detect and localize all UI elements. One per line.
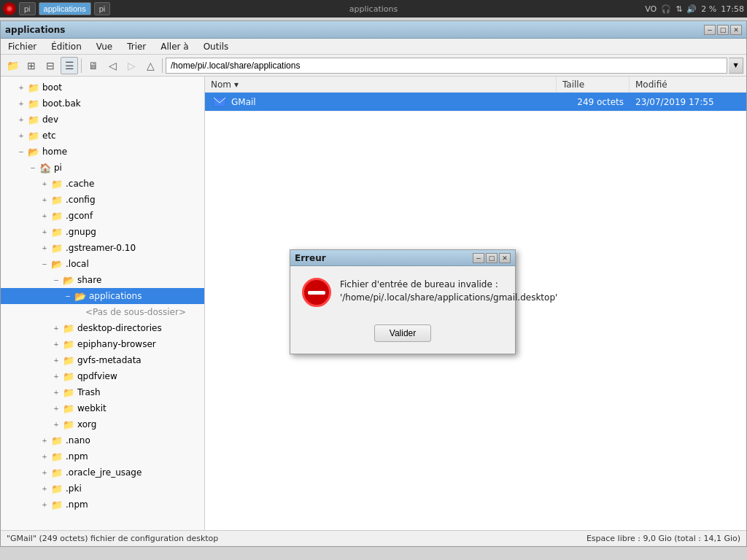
folder-icon-gnupg: 📁: [50, 225, 63, 238]
tree-label-boot: boot: [42, 82, 62, 93]
toggle-npm2[interactable]: +: [39, 499, 50, 510]
tree-item-dev[interactable]: + 📁 dev: [1, 112, 204, 128]
tree-item-gnupg[interactable]: + 📁 .gnupg: [1, 224, 204, 240]
toggle-cache[interactable]: +: [39, 178, 50, 190]
dialog-minimize[interactable]: −: [473, 253, 484, 263]
menu-vue[interactable]: Vue: [92, 40, 117, 53]
toggle-config[interactable]: +: [39, 194, 50, 206]
toggle-oracle[interactable]: +: [39, 467, 50, 478]
taskbar-btn-pi2[interactable]: pi: [94, 2, 111, 15]
col-header-name[interactable]: Nom ▾: [205, 77, 557, 92]
tree-item-boot[interactable]: + 📁 boot: [1, 79, 204, 96]
toggle-qpdfview[interactable]: +: [50, 370, 62, 382]
tree-item-npm[interactable]: + 📁 .npm: [1, 448, 204, 464]
toggle-etc[interactable]: +: [15, 130, 27, 141]
tree-item-applications[interactable]: − 📂 applications: [1, 288, 204, 304]
filelist-header: Nom ▾ Taille Modifié: [205, 77, 746, 93]
folder-icon-etc: 📁: [27, 129, 40, 142]
col-header-modified[interactable]: Modifié: [630, 77, 746, 92]
toggle-npm[interactable]: +: [39, 451, 50, 462]
toggle-applications[interactable]: −: [62, 290, 74, 302]
toggle-boot[interactable]: +: [15, 82, 27, 93]
icon-view-button[interactable]: ⊞: [23, 57, 40, 74]
raspberry-logo[interactable]: [3, 2, 16, 15]
menu-fichier[interactable]: Fichier: [4, 40, 41, 53]
toggle-pi[interactable]: −: [27, 162, 39, 174]
toggle-local[interactable]: −: [39, 258, 50, 270]
tree-item-gvfs-metadata[interactable]: + 📁 gvfs-metadata: [1, 352, 204, 368]
toggle-home[interactable]: −: [15, 146, 27, 158]
tree-label-no-subdir: <Pas de sous-dossier>: [85, 307, 186, 317]
minimize-button[interactable]: −: [704, 25, 716, 35]
taskbar-btn-applications[interactable]: applications: [39, 2, 91, 15]
tree-label-webkit: webkit: [77, 403, 107, 413]
tree-item-etc[interactable]: + 📁 etc: [1, 128, 204, 144]
toggle-gstreamer[interactable]: +: [39, 242, 50, 254]
tree-item-boot-bak[interactable]: + 📁 boot.bak: [1, 96, 204, 112]
forward-button[interactable]: ▷: [123, 57, 140, 74]
toggle-pki[interactable]: +: [39, 483, 50, 494]
detail-view-button[interactable]: ⊟: [42, 57, 59, 74]
address-dropdown[interactable]: ▼: [729, 58, 743, 74]
tree-item-pi[interactable]: − 🏠 pi: [1, 160, 204, 176]
tree-item-trash[interactable]: + 📁 Trash: [1, 384, 204, 400]
tree-item-local[interactable]: − 📂 .local: [1, 256, 204, 272]
toggle-webkit[interactable]: +: [50, 402, 62, 414]
tree-item-nano[interactable]: + 📁 .nano: [1, 432, 204, 448]
dialog-maximize[interactable]: □: [486, 253, 498, 263]
toggle-desktop-directories[interactable]: +: [50, 322, 62, 334]
maximize-button[interactable]: □: [717, 25, 729, 35]
folder-icon-oracle: 📁: [50, 466, 63, 479]
tree-item-config[interactable]: + 📁 .config: [1, 192, 204, 208]
back-button[interactable]: ◁: [104, 57, 121, 74]
dialog-body: Fichier d'entrée de bureau invalide : '/…: [290, 266, 515, 319]
toggle-gvfs-metadata[interactable]: +: [50, 354, 62, 366]
menu-edition[interactable]: Édition: [47, 40, 86, 53]
toggle-xorg[interactable]: +: [50, 419, 62, 430]
toggle-share[interactable]: −: [50, 274, 62, 286]
file-name-gmail: GMail: [228, 97, 557, 107]
tree-item-qpdfview[interactable]: + 📁 qpdfview: [1, 368, 204, 384]
file-modified-gmail: 23/07/2019 17:55: [630, 97, 746, 107]
new-folder-button[interactable]: 📁: [4, 57, 21, 74]
toggle-nano[interactable]: +: [39, 435, 50, 446]
toggle-no-subdir: [74, 306, 85, 318]
open-terminal-button[interactable]: 🖥: [85, 57, 102, 74]
toggle-gnupg[interactable]: +: [39, 226, 50, 238]
tree-item-epiphany-browser[interactable]: + 📁 epiphany-browser: [1, 336, 204, 352]
toggle-trash[interactable]: +: [50, 386, 62, 398]
tree-item-xorg[interactable]: + 📁 xorg: [1, 416, 204, 432]
tree-item-gconf[interactable]: + 📁 .gconf: [1, 208, 204, 224]
tree-item-npm2[interactable]: + 📁 .npm: [1, 497, 204, 513]
error-dialog[interactable]: Erreur − □ ✕ Fichier d'entrée de bureau …: [290, 249, 516, 354]
tree-item-gstreamer[interactable]: + 📁 .gstreamer-0.10: [1, 240, 204, 256]
list-view-button[interactable]: ☰: [61, 57, 78, 74]
menu-trier[interactable]: Trier: [123, 40, 150, 53]
taskbar-btn-pi1[interactable]: pi: [19, 2, 36, 15]
tree-item-desktop-directories[interactable]: + 📁 desktop-directories: [1, 320, 204, 336]
tree-label-oracle: .oracle_jre_usage: [66, 467, 142, 478]
menu-outils[interactable]: Outils: [199, 40, 233, 53]
address-bar[interactable]: [166, 58, 727, 74]
toggle-dev[interactable]: +: [15, 114, 27, 125]
up-button[interactable]: △: [142, 57, 159, 74]
tree-label-gconf: .gconf: [66, 211, 93, 221]
tree-item-pki[interactable]: + 📁 .pki: [1, 481, 204, 497]
dialog-close[interactable]: ✕: [499, 253, 511, 263]
tree-item-share[interactable]: − 📂 share: [1, 272, 204, 288]
tree-item-webkit[interactable]: + 📁 webkit: [1, 400, 204, 416]
tree-item-home[interactable]: − 📂 home: [1, 144, 204, 160]
close-button[interactable]: ✕: [730, 25, 742, 35]
toggle-epiphany-browser[interactable]: +: [50, 338, 62, 350]
col-header-size[interactable]: Taille: [557, 77, 630, 92]
dialog-message: Fichier d'entrée de bureau invalide : '/…: [340, 278, 557, 304]
menu-aller-a[interactable]: Aller à: [156, 40, 193, 53]
dialog-valider-button[interactable]: Valider: [374, 324, 431, 342]
toggle-gconf[interactable]: +: [39, 210, 50, 222]
file-row-gmail[interactable]: GMail 249 octets 23/07/2019 17:55: [205, 93, 746, 112]
toggle-boot-bak[interactable]: +: [15, 98, 27, 109]
tree-item-cache[interactable]: + 📁 .cache: [1, 176, 204, 192]
fm-sidebar[interactable]: + 📁 boot + 📁 boot.bak + 📁 dev + 📁 etc: [1, 77, 205, 530]
fm-statusbar: "GMail" (249 octets) fichier de configur…: [1, 530, 746, 546]
tree-item-oracle[interactable]: + 📁 .oracle_jre_usage: [1, 464, 204, 481]
